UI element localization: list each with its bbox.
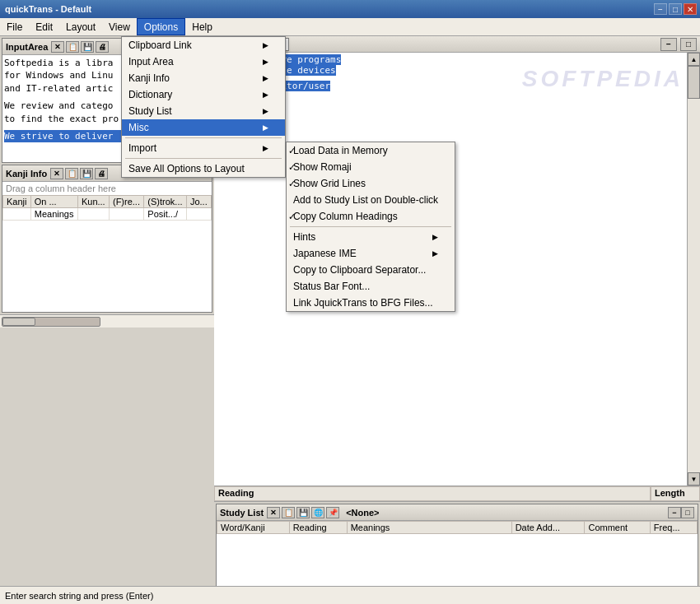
v-scrollbar[interactable]: ▲ ▼	[687, 53, 700, 486]
scroll-track	[688, 66, 700, 472]
misc-sep-1	[290, 226, 451, 227]
col-stroke[interactable]: (S)trok...	[144, 196, 187, 208]
study-col-date[interactable]: Date Add...	[511, 522, 585, 534]
h-scroll-thumb[interactable]	[2, 318, 35, 326]
reading-label: Reading	[214, 486, 651, 501]
study-table-header: Word/Kanji Reading Meanings Date Add... …	[217, 522, 698, 534]
title-bar: quickTrans - Default − □ ✕	[0, 0, 700, 18]
study-push-btn[interactable]: 📌	[326, 507, 339, 518]
scroll-down-btn[interactable]: ▼	[688, 472, 700, 486]
input-text-5: to find the exact pro	[4, 114, 119, 124]
misc-item-link-bfg[interactable]: Link JquickTrans to BFG Files...	[287, 295, 455, 311]
menu-view[interactable]: View	[102, 18, 137, 35]
misc-item-hints[interactable]: Hints	[287, 229, 455, 245]
misc-submenu-popup[interactable]: Load Data in Memory Show Romaji Show Gri…	[286, 142, 455, 312]
menu-item-clipboard-link[interactable]: Clipboard Link	[122, 37, 285, 53]
kanji-save-btn[interactable]: 💾	[80, 168, 93, 179]
study-list-controls: ✕ 📋 💾 🌐 📌	[267, 507, 339, 518]
misc-item-load-data[interactable]: Load Data in Memory	[287, 142, 455, 159]
input-area-controls: ✕ 📋 💾 🖨	[51, 41, 109, 53]
menu-item-misc[interactable]: Misc	[122, 119, 285, 136]
kanji-table-header-row: Kanji On ... Kun... (F)re... (S)trok... …	[3, 196, 212, 208]
menu-item-dictionary[interactable]: Dictionary	[122, 86, 285, 103]
status-bar: Enter search string and press (Enter)	[0, 586, 700, 604]
scroll-up-btn[interactable]: ▲	[688, 53, 700, 66]
maximize-panel-btn[interactable]: □	[680, 38, 697, 51]
col-kun[interactable]: Kun...	[77, 196, 109, 208]
input-area-title: InputArea	[6, 42, 48, 52]
study-min-btn[interactable]: −	[668, 507, 681, 518]
close-button[interactable]: ✕	[684, 3, 697, 15]
study-col-reading[interactable]: Reading	[289, 522, 347, 534]
study-internet-btn[interactable]: 🌐	[311, 507, 324, 518]
study-max-btn[interactable]: □	[681, 507, 694, 518]
h-scroll-track[interactable]	[2, 317, 100, 327]
misc-item-add-study[interactable]: Add to Study List on Double-click	[287, 192, 455, 208]
misc-item-status-bar-font[interactable]: Status Bar Font...	[287, 278, 455, 295]
study-list-title: Study List	[220, 508, 264, 518]
misc-item-show-grid[interactable]: Show Grid Lines	[287, 175, 455, 192]
input-text-6: We strive to deliver	[4, 131, 113, 142]
col-kanji[interactable]: Kanji	[3, 196, 31, 208]
input-copy-btn[interactable]: 📋	[66, 41, 79, 53]
menu-options[interactable]: Options	[137, 18, 185, 35]
menu-item-save-all[interactable]: Save All Options to Layout	[122, 160, 285, 177]
col-fre[interactable]: (F)re...	[109, 196, 143, 208]
scroll-thumb[interactable]	[688, 66, 700, 99]
misc-item-copy-headings[interactable]: Copy Column Headings	[287, 208, 455, 225]
kanji-print-btn[interactable]: 🖨	[95, 168, 108, 179]
maximize-button[interactable]: □	[669, 3, 682, 15]
options-menu-popup[interactable]: Clipboard Link Input Area Kanji Info Dic…	[121, 36, 286, 178]
menu-help[interactable]: Help	[185, 18, 219, 35]
study-close-btn[interactable]: ✕	[267, 507, 280, 518]
kanji-info-controls: ✕ 📋 💾 🖨	[50, 168, 108, 179]
menu-edit[interactable]: Edit	[29, 18, 59, 35]
status-text: Enter search string and press (Enter)	[5, 591, 153, 601]
col-jo[interactable]: Jo...	[186, 196, 211, 208]
menu-item-import[interactable]: Import	[122, 140, 285, 156]
h-scrollbar[interactable]	[0, 314, 214, 328]
study-col-freq[interactable]: Freq...	[650, 522, 697, 534]
drag-hint: Drag a column header here	[2, 182, 212, 195]
content-columns: InputArea ✕ 📋 💾 🖨 Softpedia is a libra f…	[0, 36, 700, 604]
app-title: quickTrans - Default	[5, 4, 91, 14]
menu-item-input-area[interactable]: Input Area	[122, 53, 285, 70]
misc-item-show-romaji[interactable]: Show Romaji	[287, 159, 455, 175]
kanji-table: Kanji On ... Kun... (F)re... (S)trok... …	[2, 195, 212, 221]
input-text-3: and IT-related artic	[4, 83, 113, 94]
study-save-btn[interactable]: 💾	[296, 507, 310, 518]
right-panel-header: Aa A SJIS ▼ − □	[214, 36, 700, 53]
menu-item-study-list[interactable]: Study List	[122, 103, 285, 119]
study-table: Word/Kanji Reading Meanings Date Add... …	[217, 521, 698, 534]
misc-item-japanese-ime[interactable]: Japanese IME	[287, 245, 455, 262]
trans-line-3: llow the visitor/user	[216, 81, 685, 91]
minimize-button[interactable]: −	[654, 3, 667, 15]
input-text-4: We review and catego	[4, 100, 113, 111]
col-on[interactable]: On ...	[30, 196, 77, 208]
menu-file[interactable]: File	[0, 18, 29, 35]
window-controls: − □ ✕	[654, 3, 697, 15]
input-save-btn[interactable]: 💾	[81, 41, 94, 53]
study-col-meanings[interactable]: Meanings	[347, 522, 511, 534]
study-list-header: Study List ✕ 📋 💾 🌐 📌 <None> − □	[217, 504, 698, 521]
kanji-copy-btn[interactable]: 📋	[65, 168, 78, 179]
options-sep-2	[125, 158, 282, 159]
right-column: Aa A SJIS ▼ − □ o-try software programs …	[214, 36, 700, 604]
misc-item-copy-clipboard[interactable]: Copy to Clipboard Separator...	[287, 262, 455, 278]
input-text-2: for Windows and Linu	[4, 70, 113, 81]
study-copy-btn[interactable]: 📋	[282, 507, 295, 518]
study-col-comment[interactable]: Comment	[585, 522, 650, 534]
input-print-btn[interactable]: 🖨	[96, 41, 109, 53]
menu-item-kanji-info[interactable]: Kanji Info	[122, 70, 285, 86]
trans-spacer-2	[216, 91, 685, 96]
study-none-label: <None>	[346, 508, 379, 518]
minimize-panel-btn[interactable]: −	[660, 38, 677, 51]
study-col-word[interactable]: Word/Kanji	[217, 522, 290, 534]
input-close-btn[interactable]: ✕	[51, 41, 64, 53]
length-label: Length	[651, 486, 700, 501]
menu-layout[interactable]: Layout	[59, 18, 102, 35]
trans-line-1: o-try software programs	[216, 54, 685, 65]
kanji-close-btn[interactable]: ✕	[50, 168, 63, 179]
trans-line-2: rivers, mobile devices	[216, 65, 685, 76]
reading-row: Reading Length	[214, 486, 700, 502]
